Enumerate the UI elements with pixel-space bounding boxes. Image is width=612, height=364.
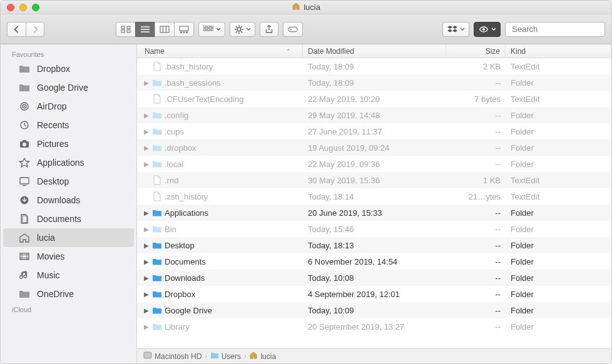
disclosure-triangle[interactable]: ▶ xyxy=(143,161,150,168)
file-name: Bin xyxy=(165,225,176,234)
table-row[interactable]: ▶ Downloads Today, 10:08 -- Folder xyxy=(137,270,611,286)
file-date: Today, 10:08 xyxy=(303,273,446,283)
table-row[interactable]: ▶ .dropbox 19 August 2019, 09:24 -- Fold… xyxy=(137,139,611,156)
table-row[interactable]: .rnd 30 May 2019, 15:36 1 KB TextEdit xyxy=(137,172,611,188)
disclosure-triangle[interactable]: ▶ xyxy=(143,144,150,151)
sidebar-item-label: Downloads xyxy=(37,195,80,205)
file-size: -- xyxy=(446,143,506,153)
sidebar-item-applications[interactable]: Applications xyxy=(3,153,134,172)
forward-button[interactable] xyxy=(26,22,44,37)
table-row[interactable]: ▶ .config 29 May 2019, 14:48 -- Folder xyxy=(137,107,611,123)
sidebar[interactable]: FavouritesDropboxGoogle DriveAirDropRece… xyxy=(1,44,137,363)
disclosure-triangle[interactable]: ▶ xyxy=(143,210,150,216)
icon-view-button[interactable] xyxy=(116,22,135,37)
file-date: 20 June 2019, 15:33 xyxy=(303,208,446,218)
home-icon xyxy=(292,2,300,13)
table-row[interactable]: ▶ .local 22 May 2019, 09:36 -- Folder xyxy=(137,156,611,172)
disclosure-triangle[interactable]: ▶ xyxy=(143,112,150,119)
window-controls xyxy=(7,4,39,11)
disclosure-triangle[interactable]: ▶ xyxy=(143,275,150,281)
disclosure-triangle[interactable]: ▶ xyxy=(143,79,150,86)
sidebar-item-recents[interactable]: Recents xyxy=(3,116,134,134)
sidebar-item-airdrop[interactable]: AirDrop xyxy=(3,97,134,116)
path-item-lucia[interactable]: lucia xyxy=(249,351,276,361)
arrange-button[interactable] xyxy=(198,22,225,37)
zoom-window-button[interactable] xyxy=(32,4,39,11)
table-row[interactable]: ▶ Applications 20 June 2019, 15:33 -- Fo… xyxy=(137,205,611,221)
disclosure-triangle[interactable]: ▶ xyxy=(143,258,150,265)
table-row[interactable]: .CFUserTextEncoding 22 May 2019, 10:20 7… xyxy=(137,91,611,107)
search-field[interactable] xyxy=(505,22,605,37)
sidebar-item-lucia[interactable]: lucia xyxy=(3,228,134,247)
file-date: 6 November 2019, 14:54 xyxy=(303,257,446,266)
svg-point-36 xyxy=(24,106,25,107)
column-kind-header[interactable]: Kind xyxy=(506,44,611,58)
table-row[interactable]: .bash_history Today, 18:09 2 KB TextEdit xyxy=(137,58,611,74)
action-menu-button[interactable] xyxy=(230,22,255,37)
music-icon xyxy=(18,270,31,281)
file-list[interactable]: .bash_history Today, 18:09 2 KB TextEdit… xyxy=(137,58,611,348)
file-name: Documents xyxy=(165,257,206,266)
gallery-view-button[interactable] xyxy=(174,22,194,37)
share-button[interactable] xyxy=(260,22,278,37)
sidebar-item-movies[interactable]: Movies xyxy=(3,247,134,266)
file-name: Dropbox xyxy=(165,290,195,299)
column-size-header[interactable]: Size xyxy=(446,44,506,58)
file-kind: Folder xyxy=(506,322,611,331)
folder-icon xyxy=(152,78,162,88)
gear-icon xyxy=(235,25,243,34)
quicklook-menu-button[interactable] xyxy=(474,22,501,37)
minimize-window-button[interactable] xyxy=(19,4,27,11)
window-title: lucia xyxy=(292,2,320,13)
back-button[interactable] xyxy=(7,22,26,37)
sidebar-item-downloads[interactable]: Downloads xyxy=(3,191,134,210)
disclosure-triangle[interactable]: ▶ xyxy=(143,128,150,135)
chevron-down-icon xyxy=(216,28,220,31)
chevron-down-icon xyxy=(246,28,250,31)
table-row[interactable]: ▶ .bash_sessions Today, 18:09 -- Folder xyxy=(137,74,611,91)
table-row[interactable]: ▶ Google Drive Today, 10:09 -- Folder xyxy=(137,302,611,318)
sidebar-item-onedrive[interactable]: OneDrive xyxy=(3,285,134,303)
table-row[interactable]: ▶ Library 20 September 2019, 13:27 -- Fo… xyxy=(137,318,611,335)
sidebar-item-documents[interactable]: Documents xyxy=(3,210,134,228)
svg-line-28 xyxy=(241,26,242,28)
svg-rect-1 xyxy=(127,26,130,29)
file-date: 19 August 2019, 09:24 xyxy=(303,143,446,153)
disclosure-triangle[interactable]: ▶ xyxy=(143,307,150,314)
table-row[interactable]: ▶ .cups 27 June 2019, 11:37 -- Folder xyxy=(137,123,611,139)
disclosure-triangle[interactable]: ▶ xyxy=(143,323,150,330)
file-size: -- xyxy=(446,257,506,266)
tags-button[interactable] xyxy=(283,22,303,37)
dropbox-menu-button[interactable] xyxy=(442,22,469,37)
disclosure-triangle[interactable]: ▶ xyxy=(143,226,150,233)
list-view-button[interactable] xyxy=(135,22,155,37)
search-input[interactable] xyxy=(512,24,612,34)
table-row[interactable]: .zsh_history Today, 18:14 21…ytes TextEd… xyxy=(137,188,611,205)
disclosure-triangle[interactable]: ▶ xyxy=(143,291,150,298)
path-item-macintosh-hd[interactable]: Macintosh HD xyxy=(143,351,201,361)
close-window-button[interactable] xyxy=(7,4,14,11)
sidebar-item-google-drive[interactable]: Google Drive xyxy=(3,78,134,97)
file-date: Today, 18:14 xyxy=(303,192,446,201)
sidebar-item-music[interactable]: Music xyxy=(3,266,134,285)
column-date-header[interactable]: Date Modified xyxy=(303,44,446,58)
sidebar-item-desktop[interactable]: Desktop xyxy=(3,172,134,191)
column-name-header[interactable]: Name ⌃ xyxy=(137,44,303,58)
sidebar-item-dropbox[interactable]: Dropbox xyxy=(3,59,134,78)
table-row[interactable]: ▶ Desktop Today, 18:13 -- Folder xyxy=(137,237,611,253)
disclosure-triangle[interactable]: ▶ xyxy=(143,242,150,249)
svg-rect-2 xyxy=(121,30,125,33)
sidebar-item-pictures[interactable]: Pictures xyxy=(3,134,134,153)
column-view-button[interactable] xyxy=(155,22,174,37)
table-row[interactable]: ▶ Dropbox 4 September 2019, 12:01 -- Fol… xyxy=(137,286,611,302)
eye-icon xyxy=(479,26,489,33)
sidebar-item-label: Movies xyxy=(37,251,64,261)
file-size: -- xyxy=(446,111,506,120)
file-kind: TextEdit xyxy=(506,94,611,104)
table-row[interactable]: ▶ Documents 6 November 2019, 14:54 -- Fo… xyxy=(137,253,611,270)
sidebar-item-label: OneDrive xyxy=(37,289,74,299)
table-row[interactable]: ▶ Bin Today, 15:46 -- Folder xyxy=(137,221,611,237)
path-item-users[interactable]: Users xyxy=(210,351,241,361)
file-date: 20 September 2019, 13:27 xyxy=(303,322,446,331)
svg-rect-29 xyxy=(288,27,297,31)
